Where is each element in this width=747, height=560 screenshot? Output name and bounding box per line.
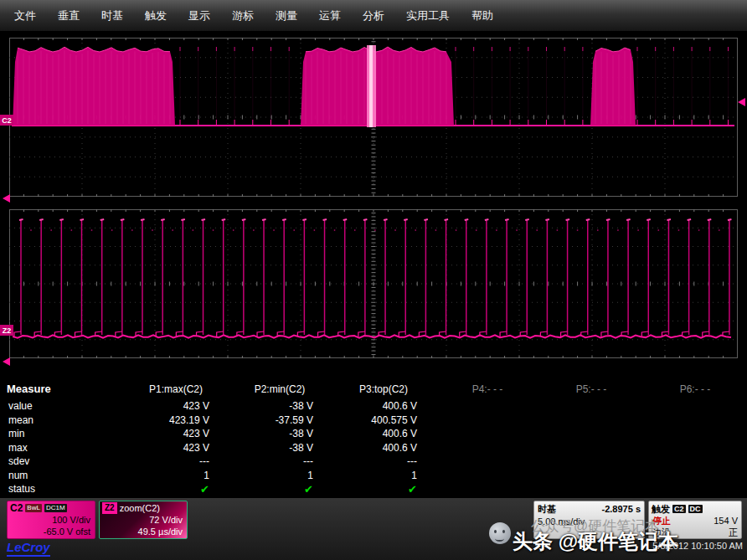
c2-scale: 100 V/div [8,514,95,526]
measure-title: Measure [7,383,124,395]
menu-analysis[interactable]: 分析 [352,0,395,31]
menu-vertical[interactable]: 垂直 [47,0,90,31]
p2-min: -38 V [228,428,332,439]
p1-value: 423 V [124,400,228,412]
coupling-badge: DC1M [44,504,67,512]
p3-sdev: --- [332,455,435,467]
measure-row-value: value 423 V -38 V 400.6 V [7,399,747,414]
bandwidth-limit-badge: BwL [25,504,42,512]
p3-max: 400.6 V [332,442,435,454]
menu-trigger[interactable]: 触发 [134,0,178,31]
row-label-num: num [7,470,124,481]
c2-channel-marker[interactable]: C2 [0,115,13,126]
p1-mean: 423.19 V [124,414,228,426]
z2-timebase: 49.5 µs/div [100,526,187,537]
menu-help[interactable]: 帮助 [461,0,504,31]
measure-col-header-p3[interactable]: P3:top(C2) [332,383,435,395]
p2-value: -38 V [228,400,332,412]
p1-status-check-icon: ✔ [124,483,228,496]
p2-max: -38 V [228,442,332,454]
trigger-source-badge: C2 [672,505,686,513]
z2-zoom-display[interactable] [9,209,738,358]
trigger-position-arrow-main[interactable] [3,194,10,203]
measure-row-mean: mean 423.19 V -37.59 V 400.575 V [7,414,747,428]
measure-panel: Measure P1:max(C2) P2:min(C2) P3:top(C2)… [7,378,747,496]
c2-waveform-display[interactable] [9,38,738,197]
z2-zoom-descriptor[interactable]: Z2 zoom(C2) 72 V/div 49.5 µs/div [99,501,188,539]
z2-source: zoom(C2) [120,502,160,514]
measure-row-min: min 423 V -38 V 400.6 V [7,427,747,441]
measure-row-status: status ✔ ✔ ✔ [7,482,747,496]
menu-utilities[interactable]: 实用工具 [395,0,461,31]
measure-col-header-p2[interactable]: P2:min(C2) [228,383,332,395]
p3-num: 1 [332,470,435,481]
measure-col-header-p6[interactable]: P6:- - - [643,383,747,395]
oscilloscope-screen: 文件 垂直 时基 触发 显示 游标 测量 运算 分析 实用工具 帮助 C2 Z2… [0,0,747,560]
trigger-slope: 正 [729,527,738,538]
p1-sdev: --- [124,455,228,467]
measure-row-max: max 423 V -38 V 400.6 V [7,441,747,455]
measure-col-header-p5[interactable]: P5:- - - [539,383,643,395]
p1-max: 423 V [124,442,228,454]
timebase-position: -2.8975 s [602,503,641,515]
p2-mean: -37.59 V [228,414,332,426]
timebase-label: 时基 [538,503,556,515]
menu-cursors[interactable]: 游标 [221,0,265,31]
row-label-value: value [7,400,124,412]
row-label-status: status [7,483,124,495]
datetime-label: 5/8/2012 10:10:50 AM [652,541,743,551]
p3-value: 400.6 V [332,400,435,412]
p3-status-check-icon: ✔ [332,483,435,496]
p1-num: 1 [124,470,228,481]
trigger-position-arrow-zoom[interactable] [3,357,10,366]
menu-display[interactable]: 显示 [178,0,221,31]
menu-timebase[interactable]: 时基 [90,0,134,31]
p2-num: 1 [228,470,332,481]
c2-descriptor-name: C2 [10,502,23,514]
menu-measure[interactable]: 测量 [265,0,308,31]
laughing-face-icon [489,522,511,544]
menu-bar: 文件 垂直 时基 触发 显示 游标 测量 运算 分析 实用工具 帮助 [0,0,747,32]
z2-scale: 72 V/div [100,514,187,526]
measure-row-sdev: sdev --- --- --- [7,455,747,469]
z2-channel-marker[interactable]: Z2 [0,325,13,336]
z2-descriptor-name: Z2 [102,502,117,514]
trigger-label: 触发 [652,503,670,515]
trigger-level: 154 V [714,515,738,527]
measure-col-header-p1[interactable]: P1:max(C2) [124,383,228,395]
p1-min: 423 V [124,428,228,439]
row-label-max: max [7,442,124,454]
measure-col-header-p4[interactable]: P4:- - - [435,383,539,395]
p3-mean: 400.575 V [332,414,435,426]
c2-offset: -65.0 V ofst [8,526,95,537]
c2-channel-descriptor[interactable]: C2 BwL DC1M 100 V/div -65.0 V ofst [7,501,95,539]
row-label-sdev: sdev [7,455,124,467]
measure-row-num: num 1 1 1 [7,469,747,483]
row-label-min: min [7,428,124,439]
trigger-coupling-badge: DC [688,505,703,513]
p2-status-check-icon: ✔ [228,483,332,496]
trigger-level-arrow[interactable] [738,98,745,106]
menu-file[interactable]: 文件 [3,0,47,31]
row-label-mean: mean [7,414,124,426]
p2-sdev: --- [228,455,332,467]
p3-min: 400.6 V [332,428,435,439]
lecroy-logo: LeCroy [7,540,50,557]
menu-math[interactable]: 运算 [308,0,352,31]
